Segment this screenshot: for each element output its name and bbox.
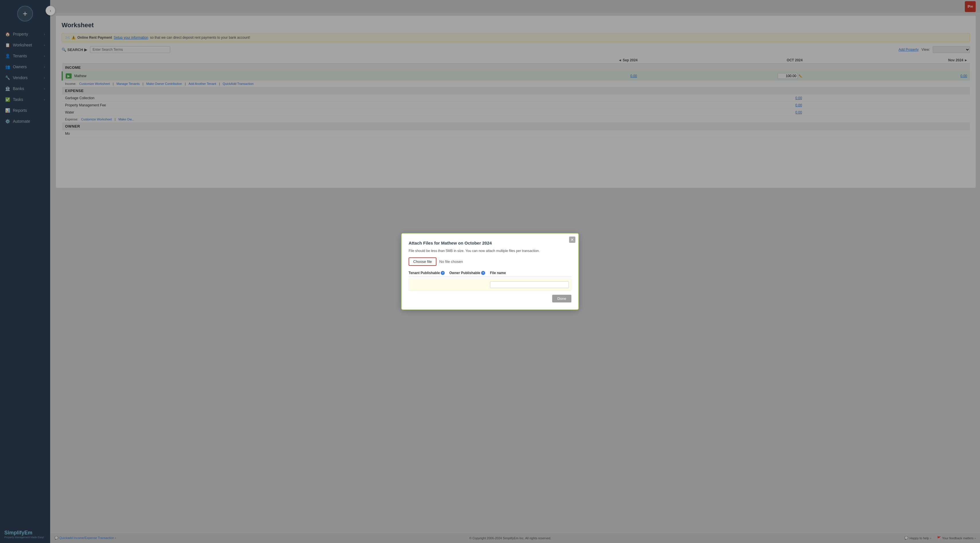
file-name-input[interactable]	[490, 281, 569, 288]
modal-close-button[interactable]: ✕	[569, 237, 575, 243]
modal-overlay[interactable]: ✕ Attach Files for Mathew on October 202…	[0, 0, 980, 543]
file-data-row	[409, 279, 571, 291]
owner-help-icon[interactable]: ?	[481, 271, 485, 275]
file-name-header: File name	[490, 271, 571, 275]
close-icon: ✕	[571, 237, 574, 242]
no-file-label: No file chosen	[439, 260, 463, 264]
file-name-cell	[490, 281, 569, 288]
choose-file-button[interactable]: Choose file	[409, 258, 436, 266]
tenant-help-icon[interactable]: ?	[441, 271, 445, 275]
tenant-publishable-header: Tenant Publishable ?	[409, 271, 449, 275]
file-table-header: Tenant Publishable ? Owner Publishable ?…	[409, 271, 571, 277]
owner-publishable-header: Owner Publishable ?	[449, 271, 490, 275]
done-button[interactable]: Done	[552, 295, 571, 303]
modal-title: Attach Files for Mathew on October 2024	[409, 240, 571, 245]
attach-files-modal: ✕ Attach Files for Mathew on October 202…	[401, 233, 579, 310]
modal-description: File should be less than 5MB in size. Yo…	[409, 249, 571, 253]
file-input-row: Choose file No file chosen	[409, 258, 571, 266]
modal-footer: Done	[409, 295, 571, 303]
